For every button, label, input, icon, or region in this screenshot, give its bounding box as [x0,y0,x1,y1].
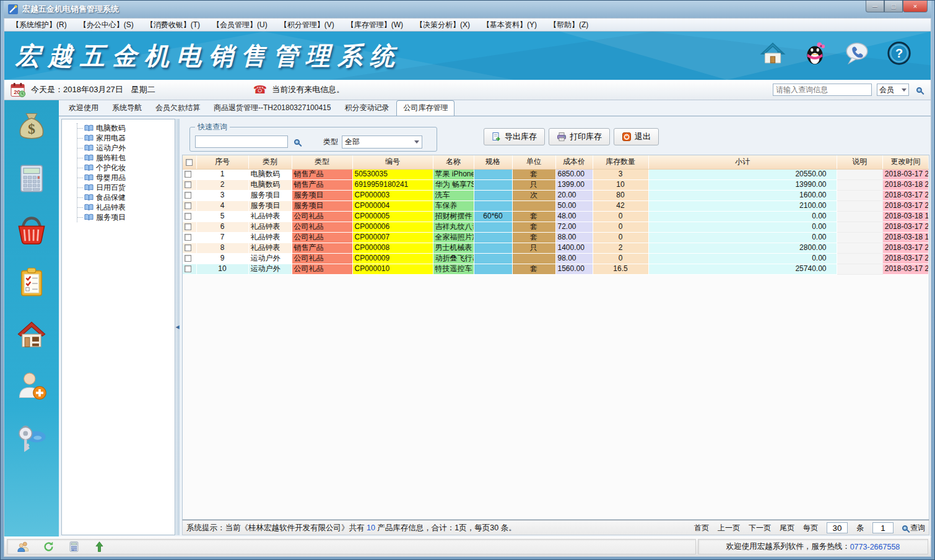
house-icon[interactable] [15,318,48,350]
row-checkbox[interactable] [185,192,191,199]
tree-item[interactable]: 服务项目 [77,212,175,222]
money-bag-icon[interactable]: $ [15,110,48,142]
next-page-link[interactable]: 下一页 [749,523,771,533]
checklist-icon[interactable] [15,266,48,298]
column-header[interactable]: 成本价 [555,155,593,169]
tab[interactable]: 系统导航 [106,101,148,116]
row-checkbox[interactable] [185,171,191,178]
tree-item[interactable]: 母婴用品 [77,173,175,183]
row-checkbox[interactable] [185,181,191,188]
page-number-input[interactable] [872,522,894,533]
panel-splitter[interactable]: ◀ [175,119,180,535]
add-member-icon[interactable] [15,370,48,402]
row-checkbox-cell[interactable] [183,200,196,211]
quick-search-button[interactable] [292,136,302,148]
menu-item[interactable]: 【积分管理】(V) [276,19,338,32]
print-stock-button[interactable]: 打印库存 [549,128,610,145]
per-page-input[interactable] [827,522,848,533]
menu-item[interactable]: 【帮助】(Z) [546,19,592,32]
tree-item[interactable]: 日用百货 [77,183,175,192]
key-icon[interactable] [15,422,48,454]
row-checkbox-cell[interactable] [183,169,196,179]
first-page-link[interactable]: 首页 [694,523,709,533]
table-row[interactable]: 1 电脑数码 销售产品 50530035 苹果 iPhone 套 6850.00 [183,169,929,179]
table-row[interactable]: 3 服务项目 服务项目 CP000003 洗车 次 20.00 80 [183,190,929,200]
row-checkbox[interactable] [185,213,191,220]
column-header[interactable]: 库存数量 [593,155,648,169]
menu-item[interactable]: 【系统维护】(R) [8,19,71,32]
table-row[interactable]: 8 礼品钟表 销售产品 CP000008 男士机械表 只 1400.00 2 [183,243,929,253]
up-arrow-icon[interactable] [94,541,105,553]
help-icon[interactable]: ? [886,40,912,66]
menu-item[interactable]: 【库存管理】(W) [343,19,407,32]
menu-item[interactable]: 【基本资料】(Y) [479,19,541,32]
row-checkbox-cell[interactable] [183,211,196,222]
row-checkbox-cell[interactable] [183,179,196,190]
menu-item[interactable]: 【会员管理】(U) [209,19,271,32]
row-checkbox[interactable] [185,234,191,241]
member-search-input[interactable] [773,84,872,96]
last-page-link[interactable]: 尾页 [780,523,794,533]
close-button[interactable]: × [903,1,928,12]
row-checkbox[interactable] [185,255,191,262]
row-checkbox-cell[interactable] [183,243,196,253]
column-header[interactable]: 序号 [196,155,248,169]
column-header[interactable]: 更改时间 [882,155,928,169]
table-row[interactable]: 4 服务项目 服务项目 CP000004 车保养 50.00 42 [183,200,929,211]
maximize-button[interactable]: □ [884,1,903,12]
tab[interactable]: 会员欠款结算 [149,101,206,116]
phone-bubble-icon[interactable] [844,40,870,66]
column-header[interactable]: 规格 [474,155,512,169]
tree-item[interactable]: 个护化妆 [77,163,175,173]
row-checkbox[interactable] [185,202,191,209]
select-all-checkbox[interactable] [186,159,193,166]
tree-item[interactable]: 运动户外 [77,143,175,153]
type-select[interactable]: 全部 [342,136,422,149]
row-checkbox[interactable] [185,265,191,272]
row-checkbox-cell[interactable] [183,232,196,243]
prev-page-link[interactable]: 上一页 [718,523,740,533]
column-header[interactable]: 单位 [512,155,555,169]
table-row[interactable]: 5 礼品钟表 公司礼品 CP000005 招财树摆件 60*60 套 48.00 [183,211,929,222]
home-icon[interactable] [760,40,786,66]
menu-item[interactable]: 【消费收银】(T) [142,19,204,32]
row-checkbox[interactable] [185,244,191,251]
refresh-icon[interactable] [43,541,54,553]
row-checkbox-cell[interactable] [183,190,196,200]
row-checkbox-cell[interactable] [183,222,196,232]
tree-item[interactable]: 服饰鞋包 [77,153,175,163]
calculator-icon[interactable] [15,162,48,194]
tree-item[interactable]: 家用电器 [77,133,175,143]
column-header[interactable]: 名称 [433,155,474,169]
column-header[interactable]: 编号 [352,155,433,169]
tab[interactable]: 公司库存管理 [396,100,454,116]
column-header[interactable]: 小计 [648,155,837,169]
export-stock-button[interactable]: 导出库存 [484,128,545,145]
tree-item[interactable]: 礼品钟表 [77,202,175,212]
table-row[interactable]: 6 礼品钟表 公司礼品 CP000006 吉祥丸纹八音盒 套 72.00 0 [183,222,929,232]
quick-search-input[interactable] [195,136,288,148]
table-row[interactable]: 10 运动户外 公司礼品 CP000010 特技遥控车 套 1560.00 1 [183,264,929,274]
row-checkbox-cell[interactable] [183,253,196,264]
member-search-button[interactable] [914,84,924,96]
row-checkbox-cell[interactable] [183,264,196,274]
title-bar[interactable]: 宏越五金机电销售管理系统 ─ □ × [4,1,931,18]
column-header[interactable]: 类别 [248,155,292,169]
tree-item[interactable]: 食品保健 [77,192,175,202]
qq-icon[interactable] [802,40,828,66]
menu-item[interactable]: 【决策分析】(X) [412,19,474,32]
tab[interactable]: 积分变动记录 [338,101,395,116]
table-row[interactable]: 2 电脑数码 销售产品 6919959180241 华为 畅享7S 只 1399… [183,179,929,190]
query-button[interactable]: 查询 [902,523,925,533]
shopping-basket-icon[interactable] [15,214,48,246]
tree-item[interactable]: 电脑数码 [77,123,175,133]
mini-calculator-icon[interactable] [68,541,80,553]
row-checkbox[interactable] [185,223,191,230]
column-header[interactable]: 说明 [837,155,882,169]
column-header[interactable]: 类型 [292,155,352,169]
search-type-select[interactable]: 会员 [877,84,909,96]
users-icon[interactable] [17,541,29,553]
minimize-button[interactable]: ─ [866,1,884,12]
table-row[interactable]: 9 运动户外 公司礼品 CP000009 动折叠飞行器 98.00 0 [183,253,929,264]
select-all-header[interactable] [183,155,196,169]
